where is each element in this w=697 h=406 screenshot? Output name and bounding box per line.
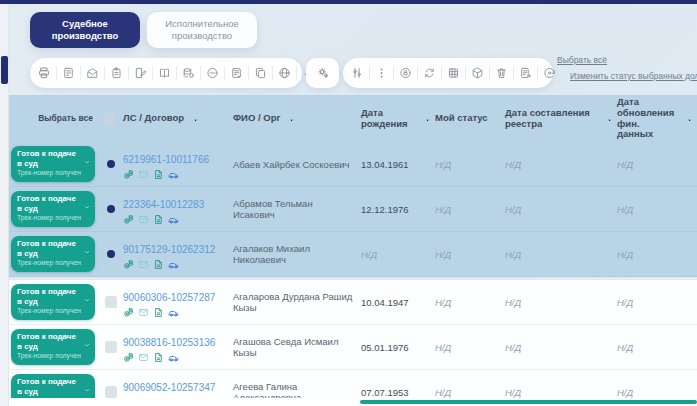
coins-icon[interactable] xyxy=(176,66,195,80)
selected-dot[interactable] xyxy=(107,250,115,258)
tab-enforcement-proceedings[interactable]: Исполнительное производство xyxy=(147,12,257,48)
filter-sliders-icon[interactable] xyxy=(350,66,364,80)
column-header-my-status: Мой статус xyxy=(435,113,505,124)
vehicle-icon[interactable] xyxy=(168,259,179,270)
left-scrollbar-thumb[interactable] xyxy=(1,56,8,84)
status-badge[interactable]: Готов к подаче в суд Трек-номер получен xyxy=(11,284,95,320)
refresh-icon[interactable] xyxy=(417,66,436,80)
debtor-name: Агалаков Михаил Николаевич xyxy=(233,243,361,265)
mail-icon[interactable] xyxy=(138,352,149,363)
column-header-name[interactable]: ФИО / Орг xyxy=(233,113,361,124)
status-label: Готов к подаче в суд xyxy=(17,377,81,396)
status-badge[interactable]: Готов к подаче в суд Трек-номер получен xyxy=(11,329,95,365)
fin-update-value: Н/Д xyxy=(617,342,697,353)
globe-icon[interactable] xyxy=(272,66,291,80)
package-icon[interactable] xyxy=(465,66,484,80)
substatus-label: Трек-номер получен xyxy=(17,259,81,266)
status-badge[interactable]: Готов к подаче в суд Трек-номер получен xyxy=(11,191,95,227)
chevron-down-icon[interactable] xyxy=(83,341,91,349)
trash-icon[interactable] xyxy=(489,66,508,80)
document-table-icon[interactable] xyxy=(56,66,75,80)
horizontal-scrollbar[interactable] xyxy=(9,398,697,406)
mail-icon[interactable] xyxy=(138,214,149,225)
my-status-value: Н/Д xyxy=(435,249,505,260)
my-status-value: Н/Д xyxy=(435,204,505,215)
account-link[interactable]: 223364-10012283 xyxy=(123,199,204,210)
select-all-link[interactable]: Выбрать всё xyxy=(557,55,697,65)
book-icon[interactable] xyxy=(152,66,171,80)
sync-view-icon[interactable] xyxy=(537,66,556,80)
account-link[interactable]: 6219961-10011766 xyxy=(123,154,209,165)
account-link[interactable]: 90038816-10253136 xyxy=(123,337,215,348)
sort-icon[interactable] xyxy=(284,113,295,124)
status-badge[interactable]: Готов к подаче в суд Трек-номер получен xyxy=(11,236,95,272)
column-header-dob[interactable]: Дата рождения xyxy=(361,108,435,130)
vehicle-icon[interactable] xyxy=(168,352,179,363)
substatus-label: Трек-номер получен xyxy=(17,214,81,221)
mail-open-icon[interactable] xyxy=(80,66,99,80)
row-checkbox[interactable] xyxy=(105,296,117,308)
fin-update-value: Н/Д xyxy=(617,387,697,398)
account-link[interactable]: 90060306-10257287 xyxy=(123,292,215,303)
account-link[interactable]: 90069052-10257347 xyxy=(123,382,215,393)
column-header-account[interactable]: ЛС / Договор xyxy=(123,113,233,124)
payments-icon[interactable] xyxy=(123,259,134,270)
copy-icon[interactable] xyxy=(248,66,267,80)
row-checkbox[interactable] xyxy=(105,341,117,353)
fin-update-value: Н/Д xyxy=(617,249,697,260)
chevron-down-icon[interactable] xyxy=(83,158,91,166)
status-badge[interactable]: Готов к подаче в суд Трек-номер получен xyxy=(11,146,95,182)
mail-icon[interactable] xyxy=(138,307,149,318)
mail-icon[interactable] xyxy=(138,259,149,270)
chevron-down-icon[interactable] xyxy=(83,296,91,304)
chevron-down-icon[interactable] xyxy=(83,248,91,256)
lock-icon[interactable] xyxy=(393,66,412,80)
status-label: Готов к подаче в суд xyxy=(17,239,81,258)
document-export-icon[interactable] xyxy=(513,66,532,80)
chevron-down-icon[interactable] xyxy=(83,203,91,211)
document-edit-icon[interactable] xyxy=(128,66,147,80)
status-circle-icon[interactable] xyxy=(200,66,219,80)
mail-icon[interactable] xyxy=(138,169,149,180)
payments-icon[interactable] xyxy=(123,214,134,225)
documents-icon[interactable] xyxy=(153,169,164,180)
payments-icon[interactable] xyxy=(123,352,134,363)
account-icons xyxy=(123,214,233,225)
documents-icon[interactable] xyxy=(153,214,164,225)
card-file-icon[interactable] xyxy=(224,66,243,80)
sort-icon[interactable] xyxy=(682,113,693,124)
selected-dot[interactable] xyxy=(107,160,115,168)
change-status-link[interactable]: Изменить статус выбранных должн xyxy=(570,71,697,81)
tab-court-proceedings[interactable]: Судебное производство xyxy=(30,12,140,48)
left-scrollbar[interactable] xyxy=(0,4,9,406)
select-all-checkbox[interactable] xyxy=(103,113,115,125)
documents-icon[interactable] xyxy=(153,307,164,318)
vehicle-icon[interactable] xyxy=(168,169,179,180)
chevron-down-icon[interactable] xyxy=(83,386,91,394)
account-link[interactable]: 90175129-10262312 xyxy=(123,244,215,255)
documents-icon[interactable] xyxy=(153,352,164,363)
debtor-name: Агашова Севда Исмаил Кызы xyxy=(233,336,361,358)
clipboard-icon[interactable] xyxy=(104,66,123,80)
dob-value: 10.04.1947 xyxy=(361,297,435,308)
selected-dot[interactable] xyxy=(107,205,115,213)
horizontal-scrollbar-thumb[interactable] xyxy=(360,400,697,404)
print-icon[interactable] xyxy=(37,66,51,80)
column-header-registry-date[interactable]: Дата составления реестра xyxy=(505,108,617,130)
documents-icon[interactable] xyxy=(153,259,164,270)
vehicle-icon[interactable] xyxy=(168,214,179,225)
grid-table-icon[interactable] xyxy=(441,66,460,80)
sort-icon[interactable] xyxy=(420,113,431,124)
vehicle-icon[interactable] xyxy=(168,307,179,318)
payments-icon[interactable] xyxy=(123,307,134,318)
my-status-value: Н/Д xyxy=(435,297,505,308)
select-all-label: Выбрать все xyxy=(9,114,99,124)
substatus-label: Трек-номер получен xyxy=(17,307,81,314)
payments-icon[interactable] xyxy=(123,169,134,180)
gears-icon[interactable] xyxy=(316,66,330,80)
row-checkbox[interactable] xyxy=(105,386,117,398)
sort-icon[interactable] xyxy=(188,113,199,124)
kebab-menu-icon[interactable] xyxy=(369,66,388,80)
sort-icon[interactable] xyxy=(602,113,613,124)
column-header-fin-update[interactable]: Дата обновления фин. данных xyxy=(617,97,697,141)
